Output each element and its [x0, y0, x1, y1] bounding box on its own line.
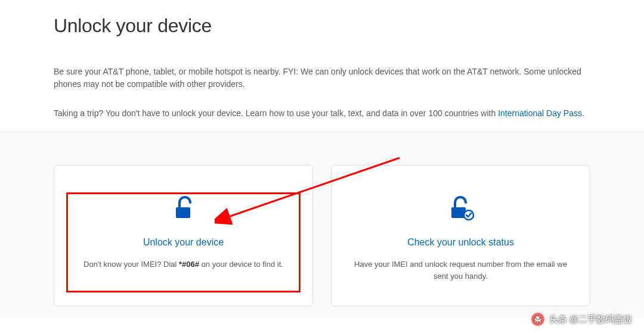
trip-text-suffix: .	[582, 108, 584, 118]
watermark: 条 头条 @二手数码盖饭	[531, 313, 632, 326]
watermark-text: 头条 @二手数码盖饭	[549, 314, 632, 325]
trip-paragraph: Taking a trip? You don't have to unlock …	[54, 107, 590, 120]
page-title: Unlock your device	[54, 15, 590, 37]
unlock-card-title: Unlock your device	[72, 237, 295, 248]
watermark-icon: 条	[531, 313, 544, 326]
unlock-icon	[72, 195, 295, 220]
unlock-card-description: Don't know your IMEI? Dial *#06# on your…	[72, 259, 295, 270]
unlock-device-card[interactable]: Unlock your device Don't know your IMEI?…	[54, 165, 313, 306]
status-card-description: Have your IMEI and unlock request number…	[349, 259, 572, 282]
trip-text-prefix: Taking a trip? You don't have to unlock …	[54, 108, 498, 118]
svg-rect-0	[176, 207, 190, 218]
international-day-pass-link[interactable]: International Day Pass	[498, 108, 582, 118]
status-card-title: Check your unlock status	[349, 237, 572, 248]
check-status-card[interactable]: Check your unlock status Have your IMEI …	[331, 165, 590, 306]
intro-paragraph: Be sure your AT&T phone, tablet, or mobi…	[54, 66, 590, 91]
unlock-check-icon	[349, 195, 572, 220]
